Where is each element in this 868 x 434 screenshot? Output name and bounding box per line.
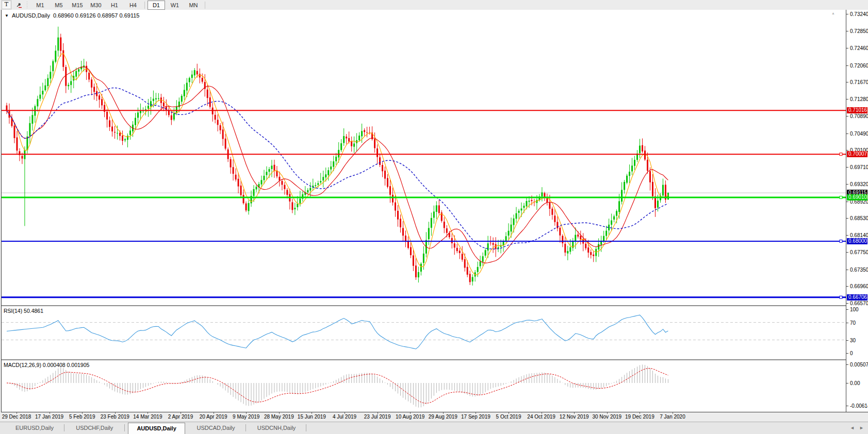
date-axis-tick bbox=[50, 412, 50, 414]
axis-tick-mark bbox=[846, 184, 848, 185]
tab-scroll-left-icon[interactable]: ◄ bbox=[850, 425, 855, 430]
date-axis[interactable]: 29 Dec 201817 Jan 20195 Feb 201923 Feb 2… bbox=[0, 412, 868, 422]
timeframe-button-h1[interactable]: H1 bbox=[106, 1, 123, 10]
price-chart-canvas[interactable] bbox=[2, 11, 846, 305]
date-axis-tick bbox=[542, 412, 542, 414]
date-axis-label: 14 Mar 2019 bbox=[133, 414, 162, 420]
axis-tick-mark bbox=[846, 218, 848, 219]
price-axis-tick: 0.68530 bbox=[850, 215, 868, 221]
chart-title: ▼AUDUSD,Daily 0.68960 0.69126 0.68957 0.… bbox=[5, 12, 142, 19]
date-axis-label: 17 Sep 2019 bbox=[461, 414, 490, 420]
timeframe-button-m15[interactable]: M15 bbox=[69, 1, 86, 10]
date-axis-tick bbox=[476, 412, 476, 414]
price-axis-tick: 0.66960 bbox=[850, 283, 868, 289]
price-line-label-071016: 0.71016 bbox=[847, 107, 867, 113]
price-axis-tick: 0.69320 bbox=[850, 181, 868, 187]
tab-separator bbox=[245, 424, 246, 431]
date-axis-tick bbox=[443, 412, 444, 414]
date-axis-label: 5 Feb 2019 bbox=[69, 414, 95, 420]
text-tool-button[interactable]: T bbox=[2, 1, 11, 9]
axis-tick-mark bbox=[846, 323, 848, 323]
axis-tick-mark bbox=[846, 202, 848, 202]
axis-tick-mark bbox=[846, 48, 848, 48]
price-axis-tick: 0.70890 bbox=[850, 113, 868, 119]
timeframe-button-m1[interactable]: M1 bbox=[31, 1, 49, 10]
date-axis-label: 12 Nov 2019 bbox=[560, 414, 589, 420]
date-axis-tick bbox=[574, 412, 575, 414]
toolbar-grip[interactable] bbox=[26, 2, 28, 9]
date-axis-label: 20 Apr 2019 bbox=[200, 414, 227, 420]
axis-tick-mark bbox=[846, 82, 848, 82]
price-axis-tick: 0.70490 bbox=[850, 131, 868, 137]
axis-tick-mark bbox=[846, 252, 848, 253]
date-axis-label: 9 May 2019 bbox=[233, 414, 259, 420]
timeframe-button-mn[interactable]: MN bbox=[185, 1, 202, 10]
tab-separator bbox=[124, 424, 125, 431]
price-axis-tick: 0.72850 bbox=[850, 28, 868, 34]
date-axis-tick bbox=[607, 412, 608, 414]
timeframe-button-d1[interactable]: D1 bbox=[148, 1, 165, 10]
timeframe-bar: M1M5M15M30H1H4D1W1MN bbox=[31, 1, 207, 10]
arrow-symbols-icon bbox=[16, 2, 23, 8]
date-axis-tick bbox=[378, 412, 378, 414]
axis-tick-mark bbox=[846, 31, 848, 31]
axis-scroll-up-icon[interactable]: ▲ bbox=[831, 11, 835, 15]
timeframe-button-w1[interactable]: W1 bbox=[166, 1, 184, 10]
tab-scroll-right-icon[interactable]: ► bbox=[859, 425, 864, 430]
axis-tick-mark bbox=[846, 167, 848, 168]
price-axis-tick: 0.71280 bbox=[850, 96, 868, 102]
timeframe-button-h4[interactable]: H4 bbox=[124, 1, 142, 10]
price-axis-tick: 0.67350 bbox=[850, 267, 868, 273]
axis-tick-mark bbox=[846, 65, 848, 66]
price-line-label-070007: 0.70007 bbox=[847, 151, 867, 157]
chart-window: ▼AUDUSD,Daily 0.68960 0.69126 0.68957 0.… bbox=[0, 10, 868, 412]
date-axis-tick bbox=[410, 412, 411, 414]
chart-ohlc-values: 0.68960 0.69126 0.68957 0.69115 bbox=[53, 12, 139, 19]
rsi-panel-canvas[interactable] bbox=[2, 306, 846, 359]
price-axis-tick: 0.71670 bbox=[850, 79, 868, 85]
tab-audusd[interactable]: AUDUSD,Daily bbox=[128, 423, 185, 434]
axis-tick-mark bbox=[846, 303, 848, 304]
date-axis-tick bbox=[82, 412, 83, 414]
date-axis-label: 4 Jul 2019 bbox=[333, 414, 356, 420]
axis-tick-mark bbox=[846, 309, 848, 310]
price-axis-tick: 0.68140 bbox=[850, 232, 868, 238]
axis-tick-mark bbox=[846, 99, 848, 99]
date-axis-label: 2 Apr 2019 bbox=[168, 414, 193, 420]
axis-tick-mark bbox=[846, 383, 848, 383]
axis-tick-mark bbox=[846, 14, 848, 14]
price-line-label-066706: 0.66706 bbox=[847, 294, 867, 301]
date-axis-label: 7 Jan 2020 bbox=[660, 414, 685, 420]
price-line-label-068000: 0.68000 bbox=[847, 238, 867, 244]
date-axis-label: 5 Oct 2019 bbox=[496, 414, 521, 420]
date-axis-tick bbox=[673, 412, 673, 414]
date-axis-label: 29 Dec 2018 bbox=[2, 414, 31, 420]
date-axis-label: 10 Aug 2019 bbox=[396, 414, 424, 420]
date-axis-label: 23 Jul 2019 bbox=[364, 414, 391, 420]
date-axis-label: 30 Nov 2019 bbox=[592, 414, 621, 420]
rsi-axis-tick: 0 bbox=[850, 350, 853, 356]
tab-usdcad[interactable]: USDCAD,Daily bbox=[189, 423, 243, 433]
price-axis[interactable]: 0.732400.728500.724600.720600.716700.712… bbox=[846, 10, 868, 412]
axis-tick-mark bbox=[846, 270, 848, 270]
date-axis-label: 15 Jun 2019 bbox=[298, 414, 326, 420]
tab-usdcnh[interactable]: USDCNH,Daily bbox=[249, 423, 304, 433]
toolbar-separator bbox=[205, 2, 205, 9]
macd-panel-canvas[interactable] bbox=[2, 360, 846, 412]
tab-separator bbox=[306, 424, 306, 431]
date-axis-tick bbox=[246, 412, 247, 414]
timeframe-button-m30[interactable]: M30 bbox=[87, 1, 105, 10]
rsi-axis-tick: 100 bbox=[850, 307, 859, 312]
arrow-symbols-tool-button[interactable]: ▼ bbox=[15, 1, 22, 9]
date-axis-tick bbox=[115, 412, 116, 414]
date-axis-tick bbox=[345, 412, 345, 414]
timeframe-button-m5[interactable]: M5 bbox=[50, 1, 68, 10]
date-axis-tick bbox=[148, 412, 148, 414]
tab-separator bbox=[64, 424, 64, 431]
tab-eurusd[interactable]: EURUSD,Daily bbox=[7, 423, 62, 433]
tab-usdchf[interactable]: USDCHF,Daily bbox=[68, 423, 121, 433]
date-axis-label: 17 Jan 2019 bbox=[35, 414, 63, 420]
symbol-dropdown-icon[interactable]: ▼ bbox=[5, 13, 9, 18]
toolbar: T ▼ M1M5M15M30H1H4D1W1MN bbox=[0, 0, 868, 10]
date-axis-tick bbox=[181, 412, 181, 414]
